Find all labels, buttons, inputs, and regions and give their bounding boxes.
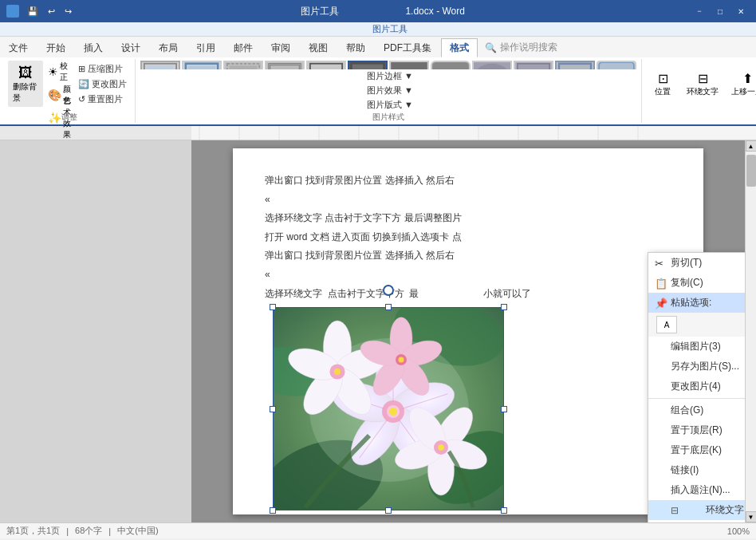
svg-rect-17 (191, 126, 756, 140)
style-thumb-11[interactable] (555, 61, 595, 69)
tab-design[interactable]: 设计 (112, 38, 149, 57)
style-thumb-4[interactable] (265, 61, 305, 69)
minimize-btn[interactable]: － (691, 5, 708, 18)
cut-icon: ✂ (655, 257, 663, 269)
paste-icon: 📌 (655, 297, 667, 309)
style-thumb-1[interactable] (140, 61, 180, 69)
tab-review[interactable]: 审阅 (262, 38, 299, 57)
wrap-text-btn[interactable]: ⊟ 环绕文字 (682, 61, 723, 107)
lang-info: 中文(中国) (117, 525, 158, 537)
picture-layout-btn[interactable]: 图片版式 ▼ (364, 98, 416, 112)
picture-border-btn[interactable]: 图片边框 ▼ (364, 69, 416, 83)
tab-pdf[interactable]: PDF工具集 (375, 38, 440, 57)
menu-group[interactable]: 组合(G) ▶ (648, 400, 745, 420)
tab-home[interactable]: 开始 (37, 38, 74, 57)
handle-top-mid[interactable] (385, 304, 392, 310)
scroll-up-btn[interactable]: ▲ (746, 140, 757, 152)
tab-format[interactable]: 格式 (441, 38, 478, 57)
change-pic-icon: 🔄 (78, 79, 89, 89)
search-box-area: 🔍 操作说明搜索 (478, 37, 756, 57)
tab-help[interactable]: 帮助 (337, 38, 374, 57)
scrollbar-vertical: ▲ ▼ (745, 140, 756, 522)
tab-view[interactable]: 视图 (300, 38, 337, 57)
menu-caption[interactable]: 插入题注(N)... (648, 480, 745, 500)
handle-mid-left[interactable] (270, 406, 276, 412)
style-thumb-7[interactable] (389, 61, 429, 69)
ribbon-tabs: 文件 开始 插入 设计 布局 引用 邮件 审阅 视图 帮助 PDF工具集 格式 … (0, 37, 756, 57)
remove-background-btn[interactable]: 🖼 删除背景 (8, 61, 43, 107)
style-thumb-8[interactable] (431, 61, 471, 69)
handle-mid-right[interactable] (501, 406, 507, 412)
menu-change-picture[interactable]: 更改图片(4) ▶ (648, 376, 745, 396)
handle-bottom-right[interactable] (501, 507, 507, 514)
position-btn[interactable]: ⊡ 位置 (647, 61, 679, 107)
menu-copy[interactable]: 📋 复制(C) (648, 273, 745, 293)
page-area: 弹出窗口 找到背景图片位置 选择插入 然后右 « 选择环绕文字 点击衬于文字下方… (191, 140, 745, 522)
paste-option-1[interactable]: A (656, 316, 677, 333)
document-page: 弹出窗口 找到背景图片位置 选择插入 然后右 « 选择环绕文字 点击衬于文字下方… (233, 148, 703, 514)
close-btn[interactable]: ✕ (732, 5, 750, 18)
svg-rect-5 (230, 65, 258, 69)
remove-bg-btn-area: 🖼 删除背景 (8, 61, 43, 107)
handle-bottom-left[interactable] (270, 507, 276, 514)
menu-save-as-picture[interactable]: 另存为图片(S)... (648, 357, 745, 376)
styles-label: 图片样式 (372, 112, 404, 123)
wrap-label: 环绕文字 (687, 86, 719, 97)
compress-btns: ⊞ 压缩图片 🔄 更改图片 ↺ 重置图片 (75, 61, 130, 106)
tab-mail[interactable]: 邮件 (225, 38, 262, 57)
menu-cut[interactable]: ✂ 剪切(T) (648, 253, 745, 273)
style-thumb-12[interactable] (597, 61, 636, 69)
handle-top-left[interactable] (270, 304, 276, 310)
status-sep-2: | (108, 526, 111, 536)
change-picture-btn[interactable]: 🔄 更改图片 (75, 77, 130, 91)
maximize-btn[interactable]: □ (711, 5, 729, 18)
image-tools-label: 图片工具 (363, 23, 417, 35)
compress-btn[interactable]: ⊞ 压缩图片 (75, 62, 130, 76)
doc-line-2: « (265, 191, 671, 209)
style-thumb-2[interactable] (182, 61, 222, 69)
style-thumb-5[interactable] (306, 61, 346, 69)
menu-send-back[interactable]: 置于底层(K) ▶ (648, 440, 745, 460)
ribbon-group-styles: 图片边框 ▼ 图片效果 ▼ 图片版式 ▼ 图片样式 (136, 59, 642, 123)
doc-line-4: 打开 word 文档 进入页面 切换到插入选项卡 点 (265, 229, 671, 246)
correct-btn[interactable]: ☀ 校正 (43, 61, 75, 83)
status-bar: 第1页，共1页 | 68个字 | 中文(中国) 100% (0, 522, 756, 538)
tab-insert[interactable]: 插入 (75, 38, 112, 57)
undo-quick-btn[interactable]: ↩ (45, 5, 58, 18)
word-icon (6, 5, 19, 18)
menu-paste-options[interactable]: 📌 粘贴选项: (648, 293, 745, 313)
doc-line-5: 弹出窗口 找到背景图片位置 选择插入 然后右 (265, 247, 671, 265)
menu-bring-front[interactable]: 置于顶层(R) ▶ (648, 420, 745, 440)
save-quick-btn[interactable]: 💾 (24, 5, 41, 18)
tab-file[interactable]: 文件 (0, 38, 37, 57)
menu-edit-picture[interactable]: 编辑图片(3) (648, 337, 745, 357)
style-thumb-6[interactable] (348, 61, 388, 69)
style-thumb-10[interactable] (514, 61, 553, 69)
main-area: 弹出窗口 找到背景图片位置 选择插入 然后右 « 选择环绕文字 点击衬于文字下方… (0, 140, 756, 522)
menu-link[interactable]: 链接(I) (648, 460, 745, 480)
wrap-menu-icon: ⊟ (671, 505, 679, 516)
handle-top-right[interactable] (501, 304, 507, 310)
scroll-down-btn[interactable]: ▼ (746, 511, 757, 522)
svg-rect-11 (392, 62, 427, 69)
copy-icon: 📋 (655, 277, 667, 289)
menu-wrap-text[interactable]: ⊟ 环绕文字(W) ▶ (648, 500, 745, 520)
menu-edit-alt-text[interactable]: 编辑替换文字(A)... (648, 520, 745, 522)
reset-picture-btn[interactable]: ↺ 重置图片 (75, 93, 130, 106)
style-thumb-9[interactable] (472, 61, 512, 69)
forward-icon: ⬆ (742, 71, 753, 86)
selected-image-container[interactable]: 样式 | 裁剪 (273, 307, 504, 510)
context-menu: ✂ 剪切(T) 📋 复制(C) 📌 粘贴选项: A (648, 252, 745, 522)
word-count: 68个字 (75, 525, 102, 537)
style-thumb-3[interactable] (223, 61, 263, 69)
redo-quick-btn[interactable]: ↪ (61, 5, 75, 18)
svg-rect-14 (518, 64, 549, 69)
ribbon-group-position: ⊡ 位置 ⊟ 环绕文字 ⬆ 上移一层 (642, 59, 756, 123)
bring-forward-btn[interactable]: ⬆ 上移一层 (726, 61, 756, 107)
scroll-thumb[interactable] (746, 155, 756, 187)
svg-rect-6 (270, 65, 300, 70)
handle-bottom-mid[interactable] (385, 507, 392, 514)
picture-effect-btn[interactable]: 图片效果 ▼ (364, 84, 416, 97)
tab-layout[interactable]: 布局 (150, 38, 187, 57)
tab-reference[interactable]: 引用 (187, 38, 224, 57)
